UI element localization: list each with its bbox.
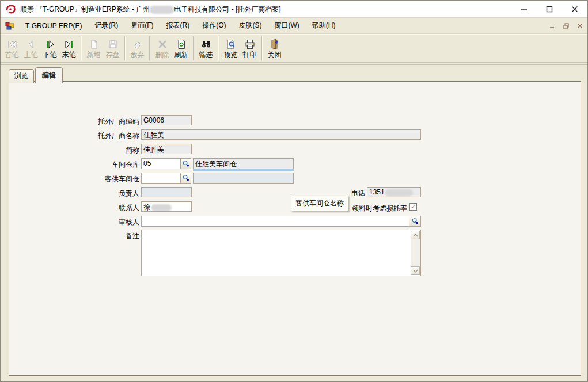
mdi-client-area: 浏览 编辑 托外厂商编码 G0006 托外厂商名称 佳胜美 简称 佳胜美 车间仓…: [1, 64, 587, 381]
magnifier-icon: [411, 217, 419, 225]
customer-workshop-name-field[interactable]: [193, 173, 294, 184]
chevron-up-icon: [413, 234, 418, 237]
menu-help[interactable]: 帮助(H): [306, 18, 342, 33]
close-form-button[interactable]: 关闭: [265, 35, 283, 62]
scroll-up-button[interactable]: [411, 231, 420, 239]
scroll-down-button[interactable]: [411, 266, 420, 275]
prev-record-icon: [25, 38, 37, 51]
mdi-minimize-button[interactable]: [548, 22, 556, 30]
mdi-close-icon: [577, 23, 583, 29]
refresh-icon: [176, 38, 187, 51]
workshop-warehouse-label: 车间仓库: [13, 160, 139, 170]
vendor-code-label: 托外厂商编码: [13, 117, 139, 127]
toolbar-separator: [149, 36, 150, 60]
next-record-button[interactable]: 下笔: [41, 35, 59, 62]
phone-field[interactable]: 1351: [367, 187, 421, 197]
mdi-minimize-icon: [549, 23, 555, 29]
minimize-button[interactable]: [511, 1, 537, 17]
menu-tgroup-erp[interactable]: T-GROUP ERP(E): [19, 18, 88, 33]
short-name-field[interactable]: 佳胜美: [141, 144, 192, 154]
chevron-down-icon: [413, 269, 418, 273]
toolbar-separator: [124, 36, 126, 60]
tabstrip: 浏览 编辑: [9, 67, 64, 83]
mdi-restore-button[interactable]: [562, 22, 570, 30]
close-icon: [571, 5, 579, 13]
mdi-window-controls: [548, 18, 584, 34]
toolbar: 首笔 上笔 下笔 末笔 新增 存盘: [1, 34, 587, 63]
maximize-button[interactable]: [537, 1, 562, 17]
menu-report[interactable]: 报表(R): [160, 18, 196, 33]
menu-operation[interactable]: 操作(O): [196, 18, 232, 33]
titlebar: 顺景 『T-GROUP』制造业ERP系统 - 广州电子科技有限公司 - [托外厂…: [1, 1, 587, 18]
vendor-name-field[interactable]: 佳胜美: [141, 129, 421, 140]
preview-button[interactable]: 预览: [222, 35, 240, 62]
redacted-contact-name: [151, 204, 172, 211]
menu-interface[interactable]: 界面(F): [124, 18, 160, 33]
close-button[interactable]: [562, 1, 587, 17]
toolbar-separator: [81, 36, 82, 60]
discard-icon: [132, 38, 143, 51]
new-record-button: 新增: [85, 35, 103, 62]
contact-label: 联系人: [13, 203, 139, 213]
loss-rate-checkbox[interactable]: ✓: [409, 203, 417, 211]
shunjing-logo-icon: [5, 3, 17, 15]
customer-workshop-lookup-button[interactable]: [180, 173, 191, 183]
tab-edit[interactable]: 编辑: [35, 67, 63, 83]
manager-field[interactable]: [141, 187, 192, 197]
magnifier-icon: [182, 160, 189, 167]
menubar: T-GROUP ERP(E) 记录(R) 界面(F) 报表(R) 操作(O) 皮…: [1, 18, 587, 34]
auditor-field[interactable]: [141, 216, 421, 227]
auditor-lookup-button[interactable]: [409, 216, 420, 226]
remark-label: 备注: [13, 231, 139, 241]
preview-icon: [225, 38, 237, 51]
next-record-icon: [44, 38, 56, 51]
minimize-icon: [520, 5, 528, 13]
manager-label: 负责人: [13, 189, 139, 198]
prev-record-button: 上笔: [22, 35, 40, 62]
magnifier-icon: [182, 174, 189, 182]
filter-button[interactable]: 筛选: [197, 35, 215, 62]
close-window-icon: [269, 38, 280, 51]
workshop-warehouse-name-field[interactable]: 佳胜美车间仓: [193, 158, 294, 169]
menu-skin[interactable]: 皮肤(S): [232, 18, 268, 33]
filter-icon: [200, 38, 212, 51]
contact-field[interactable]: 徐: [141, 201, 192, 212]
refresh-button[interactable]: 刷新: [172, 35, 190, 62]
last-record-button[interactable]: 末笔: [60, 35, 78, 62]
customer-workshop-code-field[interactable]: [141, 173, 191, 184]
short-name-label: 简称: [13, 146, 139, 155]
discard-button: 放弃: [128, 35, 146, 62]
remark-scrollbar[interactable]: [411, 231, 420, 275]
redacted-phone: [385, 189, 413, 196]
save-button: 存盘: [104, 35, 122, 62]
print-icon: [244, 38, 256, 51]
workshop-warehouse-lookup-button[interactable]: [180, 159, 191, 169]
delete-button: 删除: [153, 35, 171, 62]
delete-icon: [157, 38, 168, 51]
document-window-icon: [5, 21, 14, 30]
tooltip-customer-workshop-name: 客供车间仓名称: [291, 196, 348, 211]
print-button[interactable]: 打印: [241, 35, 259, 62]
tab-browse[interactable]: 浏览: [9, 69, 34, 83]
vendor-code-field[interactable]: G0006: [141, 115, 192, 125]
maximize-icon: [545, 5, 553, 13]
app-window: 顺景 『T-GROUP』制造业ERP系统 - 广州电子科技有限公司 - [托外厂…: [0, 0, 588, 382]
remark-textarea[interactable]: [141, 230, 421, 276]
vendor-name-label: 托外厂商名称: [13, 131, 139, 141]
window-title: 顺景 『T-GROUP』制造业ERP系统 - 广州电子科技有限公司 - [托外厂…: [20, 5, 281, 14]
edit-tab-page: 托外厂商编码 G0006 托外厂商名称 佳胜美 简称 佳胜美 车间仓库 05 佳…: [9, 81, 581, 376]
redacted-company-name: [150, 6, 174, 14]
new-record-icon: [88, 38, 100, 51]
toolbar-separator: [193, 36, 194, 60]
toolbar-separator: [261, 36, 263, 60]
auditor-label: 审核人: [13, 217, 139, 227]
save-icon: [107, 38, 119, 51]
focus-highlight-bar: [193, 169, 294, 171]
first-record-icon: [6, 38, 18, 51]
workshop-warehouse-code-field[interactable]: 05: [141, 158, 191, 169]
last-record-icon: [63, 38, 75, 51]
mdi-close-button[interactable]: [576, 22, 584, 30]
menu-window[interactable]: 窗口(W): [268, 18, 305, 33]
mdi-restore-icon: [563, 23, 570, 29]
menu-record[interactable]: 记录(R): [88, 18, 124, 33]
